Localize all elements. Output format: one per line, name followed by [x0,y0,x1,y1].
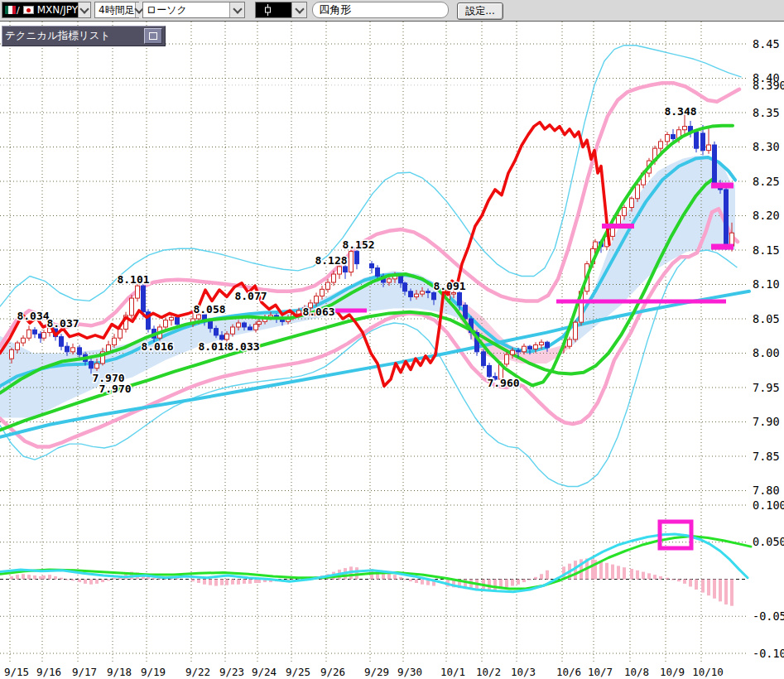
macd-histogram-bar [48,575,51,579]
macd-histogram-bar [713,580,716,599]
x-axis-date-label: 10/9 [660,666,685,678]
candle-up [71,348,75,352]
macd-histogram-bar [209,580,212,585]
candle-up [42,333,46,339]
x-axis-date-label: 10/3 [511,666,536,678]
macd-histogram-bar [237,580,240,585]
candle-down [176,317,180,324]
timeframe-select[interactable]: 4時間足 [94,2,139,18]
price-label: 7.960 [487,377,519,389]
candle-down [432,292,436,299]
indicator-list-panel[interactable]: テクニカル指標リスト [2,26,166,46]
axis-tick-label: 7.80 [753,484,780,497]
x-axis-date-label: 9/18 [107,666,132,678]
axis-tick-label: -0.050 [753,609,784,623]
candle-up [164,320,168,327]
macd-histogram-bar [78,580,81,583]
candle-down [426,291,430,293]
candle-up [452,292,456,294]
candle-up [27,330,31,338]
chart-type-select[interactable]: ローソク [142,2,245,18]
macd-histogram-bar [214,580,218,586]
candle-up [683,127,687,130]
macd-histogram-bar [27,575,31,579]
candle-down [370,264,374,268]
candle-down [517,350,521,352]
macd-histogram-bar [101,580,104,583]
restore-window-button[interactable] [144,28,162,44]
app-window: { "toolbar": { "symbol_label": "MXN/JPY"… [0,0,784,679]
drawn-line[interactable] [711,183,733,189]
candle-down [482,352,486,366]
macd-histogram-bar [642,572,645,580]
macd-histogram-bar [39,576,42,580]
indicator-list-title: テクニカル指標リスト [5,29,144,43]
candle-up [315,296,319,303]
macd-histogram-bar [617,566,620,579]
candle-up [534,345,538,349]
candle-style-select[interactable] [255,2,307,18]
x-axis-date-label: 10/1 [440,666,465,678]
x-axis-date-label: 9/16 [36,666,61,678]
macd-histogram-bar [71,580,75,581]
candle-up [170,317,174,320]
candle-up [511,350,515,354]
macd-histogram-bar [599,561,603,579]
price-label: 8.077 [234,290,267,302]
timeframe-label: 4時間足 [95,3,135,17]
toolbar: / MXN/JPY 4時間足 ローソク 四角形 設定... [0,0,784,22]
candle-down [89,361,94,368]
macd-histogram-bar [677,580,681,582]
x-axis-date-label: 9/22 [185,666,210,678]
candle-up [257,321,262,324]
candle-down [724,190,729,246]
macd-histogram-bar [254,580,257,583]
candle-up [237,323,241,327]
settings-button[interactable]: 設定... [457,2,503,20]
macd-histogram-bar [387,573,391,579]
x-axis-date-label: 9/29 [364,666,389,678]
candle-up [636,185,640,199]
chevron-down-icon [291,2,306,17]
macd-histogram-bar [528,580,531,580]
axis-tick-label: 8.20 [753,209,780,222]
candle-up [666,135,670,142]
price-chart[interactable]: 8.0348.0377.9707.9708.1018.0168.0588.018… [0,0,784,679]
axis-tick-label: 7.90 [753,415,780,428]
candle-down [671,135,676,139]
drawn-line[interactable] [556,300,726,304]
x-axis-date-label: 9/24 [252,666,277,678]
chevron-down-icon [78,2,90,17]
axis-tick-label: -0.100 [753,647,784,660]
candle-up [332,274,336,282]
price-label: 8.348 [664,105,696,118]
candle-down [399,277,403,283]
drawing-tool-label: 四角形 [319,2,351,17]
candle-style-icon [264,4,272,16]
macd-histogram-bar [197,580,200,583]
japan-flag-icon [23,6,34,14]
x-axis-date-label: 9/17 [72,666,97,678]
macd-histogram-bar [636,571,639,580]
chart-type-label: ローソク [143,3,187,17]
settings-button-label: 設定... [465,4,494,18]
restore-icon [149,32,157,40]
macd-histogram-bar [89,580,93,585]
price-label: 8.101 [117,273,149,286]
drawn-line[interactable] [711,244,733,250]
candle-up [326,282,330,289]
price-label: 8.091 [433,280,465,292]
candle-down [214,329,219,335]
macd-histogram-bar [671,580,675,580]
candle-down [701,133,705,151]
candle-up [540,342,544,344]
candle-down [713,145,717,184]
candle-up [568,340,572,346]
candle-up [505,354,509,364]
candle-down [220,335,224,340]
chevron-down-icon [229,2,244,17]
x-axis-date-label: 10/8 [624,666,649,678]
symbol-select[interactable]: / MXN/JPY [2,2,91,18]
drawing-tool-field[interactable]: 四角形 [312,2,449,18]
drawn-line[interactable] [602,224,634,229]
